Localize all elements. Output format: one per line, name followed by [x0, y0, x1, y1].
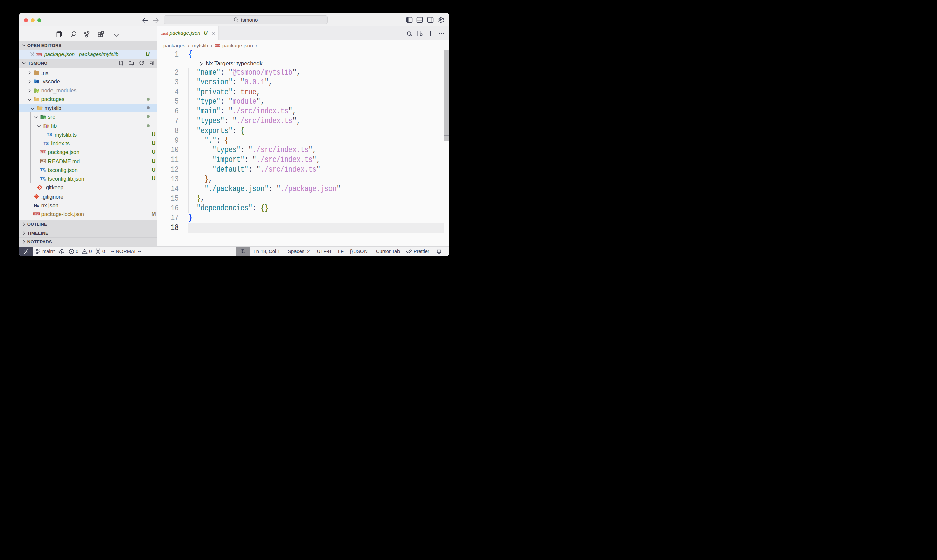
svg-text:npm: npm — [41, 151, 45, 154]
svg-text:TS: TS — [47, 132, 52, 137]
svg-text:npm: npm — [162, 32, 167, 35]
svg-text:TS: TS — [44, 141, 49, 146]
svg-text:JS: JS — [36, 90, 39, 92]
svg-text:Nx: Nx — [34, 203, 39, 208]
svg-text:npm: npm — [216, 45, 220, 47]
svg-text:npm: npm — [37, 54, 41, 56]
svg-text:npm: npm — [34, 213, 39, 215]
